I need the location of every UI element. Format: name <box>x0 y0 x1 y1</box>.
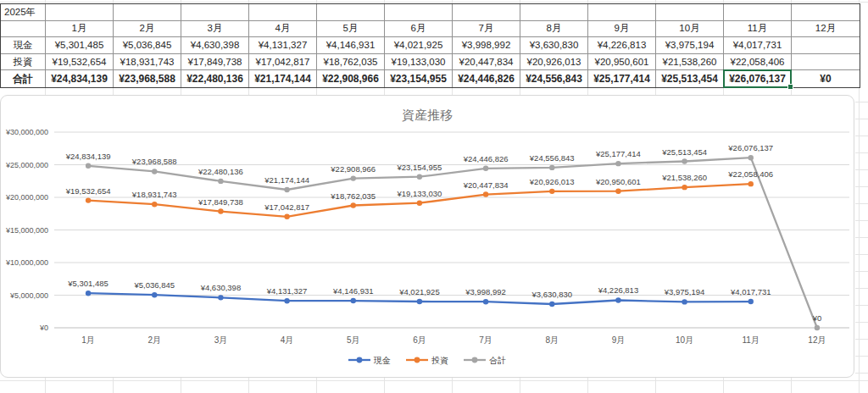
empty-cell[interactable] <box>317 4 385 21</box>
cell-total-m4[interactable]: ¥21,174,144 <box>249 70 317 87</box>
col-header-month-4[interactable]: 4月 <box>249 21 317 38</box>
col-header-month-2[interactable]: 2月 <box>114 21 181 38</box>
legend-item-total[interactable]: 合計 <box>464 356 506 365</box>
cell-invest-m12[interactable] <box>792 54 860 71</box>
cell-total-m12[interactable]: ¥0 <box>792 70 860 87</box>
selection-fill-handle[interactable] <box>787 84 793 90</box>
row-header-blank[interactable] <box>1 21 46 38</box>
selected-cell[interactable]: ¥26,076,137 <box>724 70 792 87</box>
selection-border <box>723 69 792 88</box>
empty-cell[interactable] <box>181 4 249 21</box>
data-point <box>483 299 488 304</box>
empty-cell[interactable] <box>114 4 181 21</box>
cell-cash-m11[interactable]: ¥4,017,731 <box>724 37 792 54</box>
gridline-row-stub <box>855 271 868 272</box>
legend-dot-marker <box>472 357 478 363</box>
spreadsheet: 2025年1月2月3月4月5月6月7月8月9月10月11月12月現金¥5,301… <box>0 0 868 393</box>
col-header-month-7[interactable]: 7月 <box>453 21 520 38</box>
cell-cash-m10[interactable]: ¥3,975,194 <box>656 37 724 54</box>
cell-cash-m6[interactable]: ¥4,021,925 <box>385 37 453 54</box>
cell-total-m7[interactable]: ¥24,446,826 <box>453 70 520 87</box>
chart-canvas: 資産推移¥0¥5,000,000¥10,000,000¥15,000,000¥2… <box>1 96 854 377</box>
cell-total-m3[interactable]: ¥22,480,136 <box>181 70 249 87</box>
col-header-month-9[interactable]: 9月 <box>588 21 656 38</box>
row-label-invest[interactable]: 投資 <box>1 54 46 71</box>
data-label: ¥4,146,931 <box>332 286 374 296</box>
cell-cash-m8[interactable]: ¥3,630,830 <box>520 37 588 54</box>
gridline-row-stub <box>855 339 868 340</box>
gridline-col-stub <box>113 88 114 95</box>
asset-chart[interactable]: 資産推移¥0¥5,000,000¥10,000,000¥15,000,000¥2… <box>0 95 854 378</box>
cell-cash-m12[interactable] <box>792 37 860 54</box>
legend-item-invest[interactable]: 投資 <box>406 356 448 365</box>
data-label: ¥24,446,826 <box>463 154 509 163</box>
empty-cell[interactable] <box>588 4 656 21</box>
empty-cell[interactable] <box>453 4 520 21</box>
year-label[interactable]: 2025年 <box>1 4 46 21</box>
empty-cell[interactable] <box>46 4 114 21</box>
data-label: ¥22,908,966 <box>330 164 376 174</box>
cell-invest-m5[interactable]: ¥18,762,035 <box>317 54 385 71</box>
cell-cash-m9[interactable]: ¥4,226,813 <box>588 37 656 54</box>
x-axis-tick-label: 10月 <box>676 335 693 345</box>
cell-cash-m4[interactable]: ¥4,131,327 <box>249 37 317 54</box>
cell-invest-m4[interactable]: ¥17,042,817 <box>249 54 317 71</box>
cell-invest-m11[interactable]: ¥22,058,406 <box>724 54 792 71</box>
cell-total-m2[interactable]: ¥23,968,588 <box>114 70 181 87</box>
asset-table: 2025年1月2月3月4月5月6月7月8月9月10月11月12月現金¥5,301… <box>0 3 860 88</box>
col-header-month-8[interactable]: 8月 <box>520 21 588 38</box>
data-label: ¥21,174,144 <box>264 175 309 185</box>
cell-invest-m9[interactable]: ¥20,950,601 <box>588 54 656 71</box>
row-label-cash[interactable]: 現金 <box>1 37 46 54</box>
data-point <box>351 202 356 208</box>
data-point <box>152 292 157 297</box>
legend-dot-marker <box>415 357 420 363</box>
cell-invest-m8[interactable]: ¥20,926,013 <box>520 54 588 71</box>
cell-total-m8[interactable]: ¥24,556,843 <box>520 70 588 87</box>
y-axis-tick-label: ¥25,000,000 <box>5 161 48 169</box>
col-header-month-5[interactable]: 5月 <box>317 21 385 38</box>
col-header-month-6[interactable]: 6月 <box>385 21 453 38</box>
cell-cash-m7[interactable]: ¥3,998,992 <box>453 37 520 54</box>
cell-invest-m2[interactable]: ¥18,931,743 <box>114 54 181 71</box>
col-header-month-10[interactable]: 10月 <box>656 21 724 38</box>
empty-cell[interactable] <box>792 4 860 21</box>
cell-invest-m7[interactable]: ¥20,447,834 <box>453 54 520 71</box>
empty-cell[interactable] <box>385 4 453 21</box>
empty-cell[interactable] <box>249 4 317 21</box>
cell-total-m6[interactable]: ¥23,154,955 <box>385 70 453 87</box>
cell-cash-m3[interactable]: ¥4,630,398 <box>181 37 249 54</box>
data-point <box>152 169 157 174</box>
cell-total-m5[interactable]: ¥22,908,966 <box>317 70 385 87</box>
empty-cell[interactable] <box>656 4 724 21</box>
cell-invest-m3[interactable]: ¥17,849,738 <box>181 54 249 71</box>
x-axis-tick-label: 7月 <box>479 335 492 345</box>
cell-invest-m6[interactable]: ¥19,133,030 <box>385 54 453 71</box>
cell-cash-m2[interactable]: ¥5,036,845 <box>114 37 181 54</box>
gridline-row-stub <box>855 169 868 170</box>
data-label: ¥25,177,414 <box>595 149 641 158</box>
cell-cash-m5[interactable]: ¥4,146,931 <box>317 37 385 54</box>
col-header-month-3[interactable]: 3月 <box>181 21 249 38</box>
gridline-row-top <box>0 2 868 3</box>
row-label-total[interactable]: 合計 <box>1 70 46 87</box>
cell-total-m9[interactable]: ¥25,177,414 <box>588 70 656 87</box>
cell-invest-m10[interactable]: ¥21,538,260 <box>656 54 724 71</box>
data-label: ¥3,998,992 <box>465 287 506 296</box>
col-header-month-1[interactable]: 1月 <box>46 21 114 38</box>
data-point <box>218 295 223 300</box>
data-label: ¥5,301,485 <box>67 279 108 288</box>
data-label: ¥0 <box>812 313 822 323</box>
empty-cell[interactable] <box>724 4 792 21</box>
cell-total-m10[interactable]: ¥25,513,454 <box>656 70 724 87</box>
cell-cash-m1[interactable]: ¥5,301,485 <box>46 37 114 54</box>
col-header-month-12[interactable]: 12月 <box>792 21 860 38</box>
legend-item-cash[interactable]: 現金 <box>348 356 391 365</box>
data-label: ¥20,950,601 <box>595 177 641 186</box>
empty-cell[interactable] <box>520 4 588 21</box>
col-header-month-11[interactable]: 11月 <box>724 21 792 38</box>
cell-invest-m1[interactable]: ¥19,532,654 <box>46 54 114 71</box>
data-point <box>284 214 289 219</box>
cell-total-m1[interactable]: ¥24,834,139 <box>46 70 114 87</box>
gridline-col-stub <box>791 378 792 393</box>
